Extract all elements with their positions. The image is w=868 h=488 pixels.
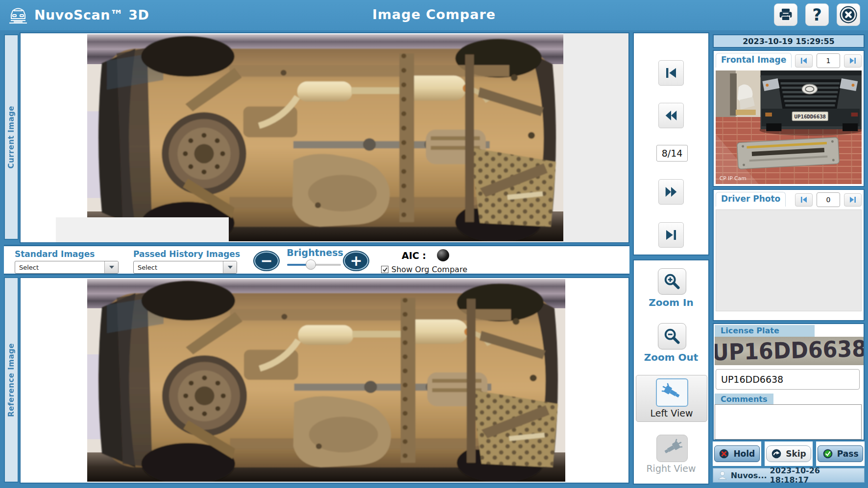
license-plate-input[interactable]: [716, 369, 860, 390]
last-icon: [848, 195, 858, 204]
previous-image-button[interactable]: [658, 103, 684, 128]
zoom-out-button[interactable]: [658, 323, 686, 349]
comments-textarea[interactable]: [715, 404, 862, 440]
compare-toolbar: Standard Images Select Passed History Im…: [4, 245, 629, 275]
skip-button-label: Skip: [786, 449, 806, 459]
printer-icon: [778, 7, 794, 22]
title-bar: NuvoScan™ 3D Image Compare ?: [0, 0, 868, 30]
nuvoscan-image-compare-window: NuvoScan™ 3D Image Compare ?: [0, 0, 868, 488]
brightness-slider-thumb[interactable]: [306, 259, 316, 270]
hold-button[interactable]: Hold: [714, 445, 760, 462]
brightness-increase-button[interactable]: +: [344, 252, 368, 270]
driver-photo-counter[interactable]: 0: [817, 192, 840, 207]
brightness-slider[interactable]: [287, 259, 341, 270]
check-icon: [382, 267, 388, 273]
frontal-image-counter[interactable]: 1: [817, 53, 840, 68]
frontal-image-nav: 1: [795, 53, 862, 68]
rewind-icon: [663, 108, 679, 123]
standard-images-dropdown-button[interactable]: [104, 261, 118, 273]
view-tools-panel: Zoom In Zoom Out: [633, 259, 709, 485]
passed-history-dropdown-button[interactable]: [223, 261, 237, 273]
help-button[interactable]: ?: [805, 3, 829, 26]
camera-watermark: CP IP Cam: [720, 175, 747, 182]
passed-history-select[interactable]: Select: [133, 261, 237, 274]
license-plate-crop: UP16DD6638: [715, 337, 864, 365]
image-position-counter[interactable]: 8/14: [656, 145, 688, 162]
reference-image-panel: [20, 277, 629, 484]
window-controls: ?: [774, 3, 860, 26]
current-image-panel: [20, 32, 629, 243]
pass-button-cell: Pass: [816, 442, 865, 466]
aic-status-indicator: [437, 249, 449, 261]
frontal-image-section: Frontal Image 1: [713, 50, 865, 187]
right-view-label: Right View: [634, 463, 708, 474]
right-view-button[interactable]: [656, 435, 688, 462]
flashlight-right-icon: [661, 439, 683, 458]
left-view-label: Left View: [636, 408, 707, 418]
left-view-iconbox: [656, 378, 688, 407]
comments-title: Comments: [715, 394, 773, 405]
reference-scan-image[interactable]: [87, 279, 565, 482]
current-scan-margin: [563, 33, 628, 242]
frontal-image-title: Frontal Image: [716, 53, 792, 68]
license-plate-image: UP16DD6638: [715, 337, 864, 365]
brightness-decrease-button[interactable]: −: [254, 252, 279, 270]
current-scan-image[interactable]: [87, 34, 563, 241]
first-icon: [799, 56, 809, 65]
undercarriage-scan-graphic: [87, 279, 565, 482]
page-title: Image Compare: [0, 7, 868, 22]
frontal-camera-photo: UP16DD6638 CP IP Cam: [716, 70, 862, 184]
show-org-compare-checkbox[interactable]: [381, 266, 388, 273]
passed-history-label: Passed History Images: [133, 249, 240, 259]
skip-button-cell: Skip: [765, 442, 813, 466]
driver-last-button[interactable]: [844, 193, 862, 207]
pass-check-icon: [822, 448, 833, 459]
driver-counter-value: 0: [826, 196, 831, 204]
first-icon: [799, 195, 809, 204]
driver-photo-section: Driver Photo 0: [713, 189, 865, 321]
hold-x-icon: [719, 448, 729, 459]
frontal-last-button[interactable]: [844, 54, 862, 68]
zoom-out-icon: [663, 327, 681, 346]
decision-buttons-row: Hold Skip Pass: [713, 442, 865, 466]
zoom-out-label: Zoom Out: [634, 351, 708, 363]
standard-images-value: Select: [15, 264, 104, 271]
current-image-label: Current Image: [7, 106, 16, 168]
frontal-first-button[interactable]: [795, 54, 813, 68]
frontal-counter-value: 1: [826, 57, 831, 65]
zoom-in-label: Zoom In: [634, 297, 708, 308]
zoom-in-button[interactable]: [658, 268, 686, 295]
image-position-value: 8/14: [662, 148, 683, 159]
print-button[interactable]: [774, 3, 797, 26]
undercarriage-scan-graphic: [87, 34, 563, 241]
first-icon: [664, 66, 678, 80]
zoom-in-icon: [663, 272, 681, 291]
last-icon: [664, 228, 678, 242]
flashlight-left-icon: [661, 383, 683, 402]
chevron-down-icon: [109, 266, 114, 269]
skip-button[interactable]: Skip: [766, 445, 812, 462]
status-timestamp: 2023-10-26 18:18:17: [770, 466, 860, 485]
reference-image-label: Reference Image: [7, 343, 16, 417]
next-image-button[interactable]: [658, 179, 684, 205]
help-icon: ?: [812, 5, 821, 24]
driver-first-button[interactable]: [795, 193, 813, 207]
capture-timestamp: 2023-10-19 15:29:55: [743, 37, 835, 46]
standard-images-label: Standard Images: [15, 249, 95, 259]
last-image-button[interactable]: [658, 222, 684, 248]
left-view-button[interactable]: Left View: [636, 375, 707, 422]
hold-button-cell: Hold: [713, 442, 761, 466]
frontal-plate-text: UP16DD6638: [795, 114, 826, 120]
minus-icon: −: [260, 254, 272, 268]
first-image-button[interactable]: [658, 60, 684, 86]
fast-forward-icon: [663, 185, 679, 199]
standard-images-select[interactable]: Select: [15, 261, 119, 274]
show-org-compare-row: Show Org Compare: [381, 265, 467, 274]
last-icon: [848, 56, 858, 65]
reference-image-strip: Reference Image: [4, 277, 19, 483]
aic-label: AIC :: [402, 250, 426, 261]
close-button[interactable]: [837, 3, 860, 26]
passed-history-value: Select: [134, 264, 223, 271]
current-scan-blank-area: [56, 217, 229, 242]
pass-button[interactable]: Pass: [818, 445, 863, 462]
